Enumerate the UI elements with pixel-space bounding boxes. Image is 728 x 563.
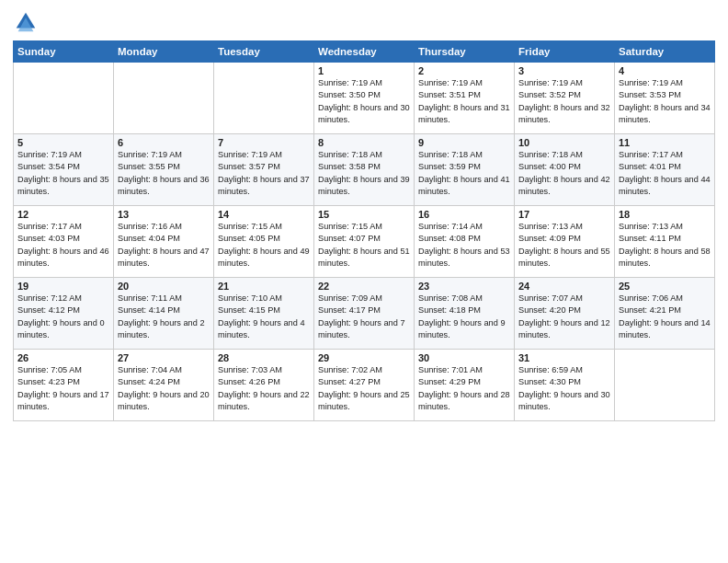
day-number: 12 (17, 209, 109, 220)
calendar-cell: 6Sunrise: 7:19 AMSunset: 3:55 PMDaylight… (114, 134, 214, 206)
day-number: 14 (218, 209, 310, 220)
calendar-cell: 4Sunrise: 7:19 AMSunset: 3:53 PMDaylight… (615, 63, 715, 134)
day-info: Sunrise: 7:13 AMSunset: 4:11 PMDaylight:… (619, 221, 711, 270)
calendar-cell: 12Sunrise: 7:17 AMSunset: 4:03 PMDayligh… (14, 206, 114, 278)
calendar-week-4: 19Sunrise: 7:12 AMSunset: 4:12 PMDayligh… (14, 278, 715, 350)
calendar-cell: 9Sunrise: 7:18 AMSunset: 3:59 PMDaylight… (415, 134, 515, 206)
day-number: 23 (418, 281, 510, 292)
day-info: Sunrise: 7:19 AMSunset: 3:54 PMDaylight:… (17, 149, 109, 198)
day-number: 4 (619, 65, 711, 76)
calendar-cell (214, 63, 314, 134)
weekday-header-monday: Monday (114, 41, 214, 63)
calendar-cell: 25Sunrise: 7:06 AMSunset: 4:21 PMDayligh… (615, 278, 715, 350)
day-number: 24 (518, 281, 610, 292)
day-info: Sunrise: 7:19 AMSunset: 3:53 PMDaylight:… (619, 77, 711, 126)
calendar-cell: 14Sunrise: 7:15 AMSunset: 4:05 PMDayligh… (214, 206, 314, 278)
weekday-header-saturday: Saturday (615, 41, 715, 63)
day-number: 6 (118, 137, 210, 148)
calendar-cell: 15Sunrise: 7:15 AMSunset: 4:07 PMDayligh… (314, 206, 415, 278)
day-info: Sunrise: 7:01 AMSunset: 4:29 PMDaylight:… (418, 364, 510, 413)
day-info: Sunrise: 7:15 AMSunset: 4:05 PMDaylight:… (218, 221, 310, 270)
day-number: 16 (418, 209, 510, 220)
day-info: Sunrise: 7:19 AMSunset: 3:51 PMDaylight:… (418, 77, 510, 126)
calendar-cell (114, 63, 214, 134)
calendar-cell: 16Sunrise: 7:14 AMSunset: 4:08 PMDayligh… (415, 206, 515, 278)
day-number: 1 (318, 65, 410, 76)
weekday-header-tuesday: Tuesday (214, 41, 314, 63)
day-number: 18 (619, 209, 711, 220)
day-info: Sunrise: 7:08 AMSunset: 4:18 PMDaylight:… (418, 293, 510, 341)
day-info: Sunrise: 7:19 AMSunset: 3:50 PMDaylight:… (318, 77, 410, 126)
calendar-cell: 29Sunrise: 7:02 AMSunset: 4:27 PMDayligh… (314, 350, 415, 421)
day-number: 26 (17, 352, 109, 363)
day-info: Sunrise: 7:16 AMSunset: 4:04 PMDaylight:… (118, 221, 210, 270)
day-number: 13 (118, 209, 210, 220)
day-info: Sunrise: 7:07 AMSunset: 4:20 PMDaylight:… (518, 293, 610, 341)
day-number: 10 (518, 137, 610, 148)
header (13, 9, 715, 35)
calendar-cell: 1Sunrise: 7:19 AMSunset: 3:50 PMDaylight… (314, 63, 415, 134)
calendar-cell: 5Sunrise: 7:19 AMSunset: 3:54 PMDaylight… (14, 134, 114, 206)
day-info: Sunrise: 7:14 AMSunset: 4:08 PMDaylight:… (418, 221, 510, 270)
calendar-cell (615, 350, 715, 421)
day-info: Sunrise: 7:05 AMSunset: 4:23 PMDaylight:… (17, 364, 109, 413)
day-number: 27 (118, 352, 210, 363)
calendar-week-5: 26Sunrise: 7:05 AMSunset: 4:23 PMDayligh… (14, 350, 715, 421)
calendar-page: SundayMondayTuesdayWednesdayThursdayFrid… (0, 0, 728, 563)
day-number: 5 (17, 137, 109, 148)
weekday-header-sunday: Sunday (14, 41, 114, 63)
calendar-week-3: 12Sunrise: 7:17 AMSunset: 4:03 PMDayligh… (14, 206, 715, 278)
day-number: 20 (118, 281, 210, 292)
calendar-cell: 2Sunrise: 7:19 AMSunset: 3:51 PMDaylight… (415, 63, 515, 134)
calendar-cell (14, 63, 114, 134)
weekday-header-friday: Friday (515, 41, 615, 63)
calendar-cell: 19Sunrise: 7:12 AMSunset: 4:12 PMDayligh… (14, 278, 114, 350)
day-number: 25 (619, 281, 711, 292)
day-info: Sunrise: 7:19 AMSunset: 3:57 PMDaylight:… (218, 149, 310, 198)
calendar-cell: 23Sunrise: 7:08 AMSunset: 4:18 PMDayligh… (415, 278, 515, 350)
day-info: Sunrise: 7:10 AMSunset: 4:15 PMDaylight:… (218, 293, 310, 341)
day-number: 8 (318, 137, 410, 148)
calendar-table: SundayMondayTuesdayWednesdayThursdayFrid… (13, 40, 715, 421)
day-info: Sunrise: 7:18 AMSunset: 3:58 PMDaylight:… (318, 149, 410, 198)
day-info: Sunrise: 6:59 AMSunset: 4:30 PMDaylight:… (518, 364, 610, 413)
day-info: Sunrise: 7:19 AMSunset: 3:55 PMDaylight:… (118, 149, 210, 198)
day-info: Sunrise: 7:11 AMSunset: 4:14 PMDaylight:… (118, 293, 210, 341)
day-number: 28 (218, 352, 310, 363)
weekday-header-wednesday: Wednesday (314, 41, 415, 63)
day-info: Sunrise: 7:02 AMSunset: 4:27 PMDaylight:… (318, 364, 410, 413)
calendar-cell: 21Sunrise: 7:10 AMSunset: 4:15 PMDayligh… (214, 278, 314, 350)
day-info: Sunrise: 7:03 AMSunset: 4:26 PMDaylight:… (218, 364, 310, 413)
day-info: Sunrise: 7:09 AMSunset: 4:17 PMDaylight:… (318, 293, 410, 341)
day-info: Sunrise: 7:17 AMSunset: 4:03 PMDaylight:… (17, 221, 109, 270)
calendar-week-1: 1Sunrise: 7:19 AMSunset: 3:50 PMDaylight… (14, 63, 715, 134)
calendar-cell: 17Sunrise: 7:13 AMSunset: 4:09 PMDayligh… (515, 206, 615, 278)
day-info: Sunrise: 7:17 AMSunset: 4:01 PMDaylight:… (619, 149, 711, 198)
calendar-cell: 11Sunrise: 7:17 AMSunset: 4:01 PMDayligh… (615, 134, 715, 206)
logo-icon (13, 9, 39, 35)
calendar-cell: 22Sunrise: 7:09 AMSunset: 4:17 PMDayligh… (314, 278, 415, 350)
day-info: Sunrise: 7:19 AMSunset: 3:52 PMDaylight:… (518, 77, 610, 126)
calendar-cell: 24Sunrise: 7:07 AMSunset: 4:20 PMDayligh… (515, 278, 615, 350)
calendar-cell: 7Sunrise: 7:19 AMSunset: 3:57 PMDaylight… (214, 134, 314, 206)
day-number: 30 (418, 352, 510, 363)
weekday-header-row: SundayMondayTuesdayWednesdayThursdayFrid… (14, 41, 715, 63)
day-info: Sunrise: 7:06 AMSunset: 4:21 PMDaylight:… (619, 293, 711, 341)
calendar-cell: 20Sunrise: 7:11 AMSunset: 4:14 PMDayligh… (114, 278, 214, 350)
weekday-header-thursday: Thursday (415, 41, 515, 63)
day-number: 11 (619, 137, 711, 148)
calendar-cell: 30Sunrise: 7:01 AMSunset: 4:29 PMDayligh… (415, 350, 515, 421)
day-info: Sunrise: 7:15 AMSunset: 4:07 PMDaylight:… (318, 221, 410, 270)
day-number: 2 (418, 65, 510, 76)
calendar-cell: 13Sunrise: 7:16 AMSunset: 4:04 PMDayligh… (114, 206, 214, 278)
calendar-cell: 8Sunrise: 7:18 AMSunset: 3:58 PMDaylight… (314, 134, 415, 206)
day-info: Sunrise: 7:04 AMSunset: 4:24 PMDaylight:… (118, 364, 210, 413)
day-number: 22 (318, 281, 410, 292)
calendar-cell: 10Sunrise: 7:18 AMSunset: 4:00 PMDayligh… (515, 134, 615, 206)
day-number: 9 (418, 137, 510, 148)
day-number: 29 (318, 352, 410, 363)
calendar-cell: 26Sunrise: 7:05 AMSunset: 4:23 PMDayligh… (14, 350, 114, 421)
day-number: 17 (518, 209, 610, 220)
logo (13, 9, 42, 35)
day-number: 19 (17, 281, 109, 292)
